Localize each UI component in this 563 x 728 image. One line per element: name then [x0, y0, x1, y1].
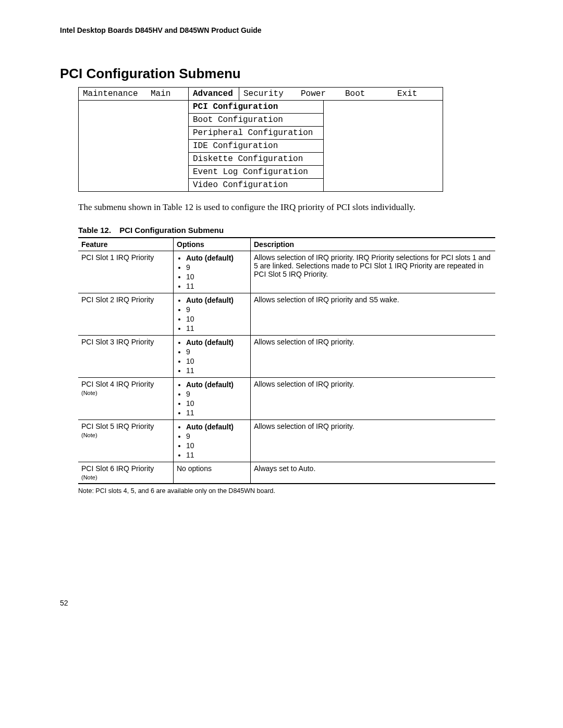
bios-tab-security: Security	[239, 88, 297, 100]
col-header-options: Options	[174, 238, 251, 251]
option-item: 11	[186, 281, 247, 291]
description-cell: Allows selection of IRQ priority and S5 …	[251, 293, 496, 336]
option-item: 10	[186, 356, 247, 366]
options-cell: Auto (default) 9 10 11	[174, 378, 251, 420]
option-item: 9	[186, 347, 247, 356]
table-row: PCI Slot 5 IRQ Priority (Note) Auto (def…	[78, 420, 495, 462]
table-row: PCI Slot 2 IRQ Priority Auto (default) 9…	[78, 293, 495, 336]
description-cell: Allows selection of IRQ priority.	[251, 420, 496, 462]
bios-nav-diagram: Maintenance Main Advanced Security Power…	[78, 87, 443, 192]
submenu-item: Boot Configuration	[188, 114, 324, 127]
option-item: 11	[186, 408, 247, 417]
option-item: Auto (default)	[186, 295, 247, 305]
submenu-item: Diskette Configuration	[188, 153, 324, 166]
bios-tab-exit: Exit	[393, 88, 443, 100]
submenu-item: IDE Configuration	[188, 140, 324, 153]
bios-tab-main: Main	[146, 88, 188, 100]
submenu-item: Event Log Configuration	[188, 166, 324, 179]
options-cell: Auto (default) 9 10 11	[174, 420, 251, 462]
feature-note: (Note)	[81, 432, 97, 438]
description-cell: Always set to Auto.	[251, 462, 496, 484]
table-title: PCI Configuration Submenu	[119, 226, 224, 235]
feature-note: (Note)	[81, 390, 97, 396]
submenu-item: PCI Configuration	[188, 101, 324, 114]
option-item: 11	[186, 324, 247, 333]
bios-tab-advanced: Advanced	[188, 88, 239, 100]
option-item: 9	[186, 431, 247, 441]
option-item: 10	[186, 272, 247, 281]
bios-tab-power: Power	[297, 88, 341, 100]
feature-note: (Note)	[81, 474, 97, 480]
description-cell: Allows selection of IRQ priority.	[251, 336, 496, 378]
col-header-description: Description	[251, 238, 496, 251]
doc-header: Intel Desktop Boards D845HV and D845WN P…	[60, 26, 503, 34]
option-item: Auto (default)	[186, 380, 247, 389]
feature-cell: PCI Slot 2 IRQ Priority	[78, 293, 174, 336]
table-row: PCI Slot 4 IRQ Priority (Note) Auto (def…	[78, 378, 495, 420]
table-footnote: Note: PCI slots 4, 5, and 6 are availabl…	[78, 487, 503, 495]
description-cell: Allows selection of IRQ priority. IRQ Pr…	[251, 251, 496, 293]
feature-cell: PCI Slot 4 IRQ Priority (Note)	[78, 378, 174, 420]
col-header-feature: Feature	[78, 238, 174, 251]
option-item: 9	[186, 305, 247, 314]
option-item: 11	[186, 450, 247, 460]
table-number: Table 12.	[78, 226, 117, 235]
option-item: Auto (default)	[186, 338, 247, 347]
feature-cell: PCI Slot 5 IRQ Priority (Note)	[78, 420, 174, 462]
feature-cell: PCI Slot 3 IRQ Priority	[78, 336, 174, 378]
table-caption: Table 12. PCI Configuration Submenu	[78, 226, 503, 235]
config-table: Feature Options Description PCI Slot 1 I…	[78, 237, 495, 484]
option-item: 11	[186, 366, 247, 375]
page-title: PCI Configuration Submenu	[60, 66, 503, 82]
bios-tab-maintenance: Maintenance	[79, 88, 146, 100]
page-number: 52	[60, 599, 503, 607]
bios-tab-boot: Boot	[341, 88, 393, 100]
description-cell: Allows selection of IRQ priority.	[251, 378, 496, 420]
feature-cell: PCI Slot 1 IRQ Priority	[78, 251, 174, 293]
table-row: PCI Slot 1 IRQ Priority Auto (default) 9…	[78, 251, 495, 293]
table-row: PCI Slot 6 IRQ Priority (Note) No option…	[78, 462, 495, 484]
options-cell: No options	[174, 462, 251, 484]
options-cell: Auto (default) 9 10 11	[174, 336, 251, 378]
option-item: 10	[186, 441, 247, 450]
options-cell: Auto (default) 9 10 11	[174, 251, 251, 293]
submenu-item: Video Configuration	[188, 179, 324, 191]
option-item: 10	[186, 399, 247, 408]
option-item: Auto (default)	[186, 422, 247, 431]
option-item: Auto (default)	[186, 253, 247, 263]
option-item: 9	[186, 389, 247, 399]
options-cell: Auto (default) 9 10 11	[174, 293, 251, 336]
body-paragraph: The submenu shown in Table 12 is used to…	[78, 202, 503, 213]
feature-cell: PCI Slot 6 IRQ Priority (Note)	[78, 462, 174, 484]
option-item: 10	[186, 314, 247, 324]
table-row: PCI Slot 3 IRQ Priority Auto (default) 9…	[78, 336, 495, 378]
option-item: 9	[186, 263, 247, 272]
submenu-item: Peripheral Configuration	[188, 127, 324, 140]
